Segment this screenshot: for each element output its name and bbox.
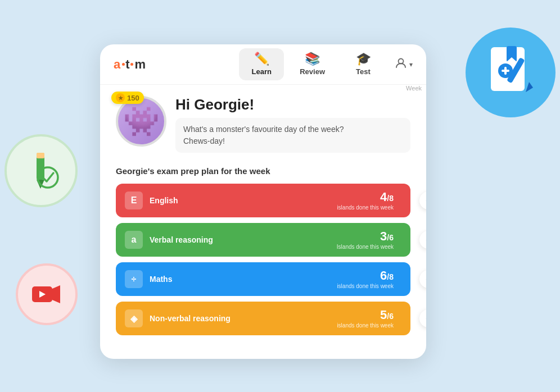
main-card: a t m ✏️ Learn 📚 Review bbox=[100, 44, 426, 359]
video-decoration-circle bbox=[16, 263, 78, 325]
scene: a t m ✏️ Learn 📚 Review bbox=[33, 22, 527, 370]
english-label: islands done this week bbox=[337, 204, 394, 211]
user-menu[interactable]: ▾ bbox=[395, 57, 413, 72]
test-icon: 🎓 bbox=[356, 53, 371, 65]
maths-label: islands done this week bbox=[337, 283, 394, 289]
week-plan-label-text: Georgie's exam prep plan for the week bbox=[116, 166, 270, 176]
logo-dot-2 bbox=[130, 63, 133, 66]
nonverbal-icon: ◈ bbox=[125, 309, 143, 327]
chevron-down-icon: ▾ bbox=[409, 61, 413, 69]
video-camera-icon bbox=[29, 276, 65, 312]
tab-learn[interactable]: ✏️ Learn bbox=[239, 48, 284, 80]
verbal-icon: a bbox=[125, 231, 143, 249]
tab-review-label: Review bbox=[300, 67, 325, 76]
hero-text: Hi Georgie! What's a monster's favourite… bbox=[175, 96, 410, 153]
english-done: 4/8 bbox=[380, 191, 394, 203]
verbal-name: Verbal reasoning bbox=[150, 235, 337, 244]
maths-name: Maths bbox=[150, 275, 337, 284]
maths-icon: ÷ bbox=[125, 270, 143, 288]
subject-card-english[interactable]: E English 4/8 islands done this week → bbox=[116, 184, 410, 217]
subject-card-verbal[interactable]: a Verbal reasoning 3/6 Islands done this… bbox=[116, 223, 410, 257]
english-arrow[interactable]: → bbox=[419, 192, 426, 209]
english-progress: 4/8 islands done this week bbox=[337, 191, 394, 211]
logo-dot-1 bbox=[122, 63, 125, 66]
nonverbal-done: 5/6 bbox=[380, 309, 394, 321]
verbal-arrow[interactable]: → bbox=[419, 231, 426, 249]
logo-letter-a: a bbox=[114, 57, 120, 72]
tab-test[interactable]: 🎓 Test bbox=[341, 48, 386, 80]
subject-cards: E English 4/8 islands done this week → a bbox=[116, 184, 410, 335]
week-plan-title: Georgie's exam prep plan for the week bbox=[116, 166, 410, 176]
joke-line2: Chews-day! bbox=[183, 136, 225, 145]
maths-progress: 6/8 islands done this week bbox=[337, 270, 394, 289]
svg-rect-9 bbox=[37, 153, 44, 158]
logo-letter-m: m bbox=[135, 57, 146, 72]
content-area: Week ★ 150 👾 Hi Georgie! bbox=[100, 85, 426, 359]
user-avatar-icon bbox=[395, 57, 407, 72]
maths-arrow[interactable]: → bbox=[419, 270, 426, 288]
tab-learn-label: Learn bbox=[251, 67, 271, 76]
english-name: English bbox=[150, 196, 337, 205]
subject-card-maths[interactable]: ÷ Maths 6/8 islands done this week → bbox=[116, 262, 410, 296]
greeting: Hi Georgie! bbox=[175, 96, 410, 113]
review-icon: 📚 bbox=[305, 53, 320, 65]
notebook-icon bbox=[480, 42, 541, 103]
joke-bubble: What's a monster's favourite day of the … bbox=[175, 118, 410, 153]
coin-icon: ★ bbox=[116, 93, 125, 102]
pencil-check-decoration-circle bbox=[4, 134, 78, 207]
english-icon: E bbox=[125, 192, 143, 209]
svg-marker-14 bbox=[52, 285, 60, 303]
logo: a t m bbox=[114, 57, 146, 72]
coin-value: 150 bbox=[127, 94, 139, 102]
coin-badge: ★ 150 bbox=[111, 92, 144, 104]
svg-rect-5 bbox=[504, 67, 507, 75]
joke-line1: What's a monster's favourite day of the … bbox=[183, 125, 344, 134]
nonverbal-arrow[interactable]: → bbox=[419, 309, 426, 327]
avatar-wrapper: ★ 150 👾 bbox=[116, 96, 166, 147]
subject-card-nonverbal[interactable]: ◈ Non-verbal reasoning 5/6 islands done … bbox=[116, 302, 410, 335]
svg-marker-7 bbox=[526, 82, 533, 92]
verbal-done: 3/6 bbox=[380, 230, 394, 243]
nav-tabs: ✏️ Learn 📚 Review 🎓 Test bbox=[239, 48, 386, 80]
tab-test-label: Test bbox=[356, 67, 371, 76]
navbar: a t m ✏️ Learn 📚 Review bbox=[100, 44, 426, 85]
pencil-check-icon bbox=[19, 148, 64, 193]
maths-done: 6/8 bbox=[380, 270, 394, 282]
verbal-progress: 3/6 Islands done this week bbox=[337, 230, 394, 250]
monster-emoji: 👾 bbox=[123, 107, 160, 136]
learn-icon: ✏️ bbox=[254, 53, 269, 65]
atom-logo: a t m bbox=[114, 57, 146, 72]
verbal-label: Islands done this week bbox=[337, 244, 394, 250]
nonverbal-label: islands done this week bbox=[337, 322, 394, 329]
nonverbal-name: Non-verbal reasoning bbox=[150, 314, 337, 323]
week-label: Week bbox=[406, 85, 426, 92]
nonverbal-progress: 5/6 islands done this week bbox=[337, 309, 394, 329]
logo-letter-t: t bbox=[125, 57, 129, 72]
hero-section: ★ 150 👾 Hi Georgie! What's a monster's f… bbox=[116, 96, 410, 153]
tab-review[interactable]: 📚 Review bbox=[288, 48, 336, 80]
notebook-decoration-circle bbox=[466, 28, 556, 117]
